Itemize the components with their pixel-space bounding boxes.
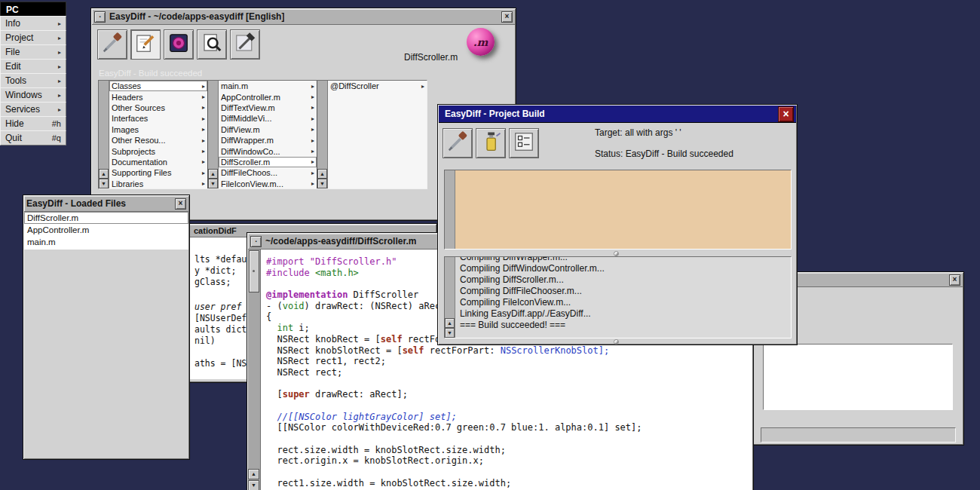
editor-scrollbar[interactable]: ▲ ▼	[248, 250, 261, 490]
browser-row[interactable]: Interfaces▸	[109, 113, 207, 124]
splitter-dimple-icon[interactable]	[614, 251, 619, 256]
menu-item-edit[interactable]: Edit▸	[0, 59, 66, 74]
submenu-arrow-icon: ▸	[58, 78, 61, 84]
close-button[interactable]: ×	[175, 198, 186, 210]
browser-row[interactable]: DiffMiddleVi...▸	[219, 113, 317, 124]
window-title: EasyDiff - Loaded Files	[26, 198, 126, 209]
column-scrollbar[interactable]: ▲ ▼	[99, 81, 109, 188]
window-title: EasyDiff - Project Build	[445, 109, 545, 119]
scrollbar-knob[interactable]	[249, 250, 259, 292]
column-scrollbar[interactable]: ▲ ▼	[208, 81, 219, 188]
miniaturize-button[interactable]: ▪	[250, 236, 262, 247]
toolbar-tools-button[interactable]	[230, 29, 260, 60]
branch-arrow-icon: ▸	[311, 126, 314, 133]
code-line: rect.size.width = knobSlotRect.size.widt…	[266, 445, 752, 456]
browser-row[interactable]: DiffTextView.m▸	[219, 103, 317, 113]
menu-item-quit[interactable]: Quit#q	[0, 130, 66, 145]
scroll-down-button[interactable]: ▼	[248, 480, 259, 490]
scroll-up-button[interactable]: ▲	[99, 169, 109, 179]
scroll-down-button[interactable]: ▼	[99, 179, 109, 188]
menu-item-services[interactable]: Services▸	[0, 102, 66, 117]
browser-row[interactable]: FileIconView.m...▸	[219, 179, 317, 188]
browser-row[interactable]: Supporting Files▸	[109, 167, 207, 178]
options-checklist-icon	[513, 130, 535, 156]
log-scrollbar[interactable]: ▲ ▼	[445, 257, 455, 338]
build-options-button[interactable]	[509, 128, 539, 158]
browser-row[interactable]: Other Sources▸	[109, 103, 207, 113]
scroll-up-button[interactable]: ▲	[208, 169, 218, 179]
miniaturize-button[interactable]: ▪	[94, 11, 106, 23]
branch-arrow-icon: ▸	[311, 170, 314, 176]
close-button[interactable]: ×	[949, 274, 960, 286]
cleaner-bottle-icon	[479, 130, 502, 156]
code-fragment: user pref	[194, 302, 241, 312]
browser-row[interactable]: DiffView.m▸	[219, 124, 317, 135]
browser-row[interactable]: DiffWindowCo...▸	[219, 145, 317, 156]
scroll-down-button[interactable]: ▼	[317, 179, 327, 188]
close-button[interactable]: ×	[501, 11, 513, 23]
loaded-file-row[interactable]: main.m	[24, 236, 188, 248]
browser-row[interactable]: AppController.m▸	[219, 91, 317, 102]
scroll-up-button[interactable]: ▲	[248, 469, 259, 479]
browser-row[interactable]: Subprojects▸	[109, 145, 207, 156]
browser-row[interactable]: Headers▸	[109, 91, 207, 102]
scroll-down-button[interactable]: ▼	[208, 179, 218, 188]
scroll-up-button[interactable]: ▲	[317, 169, 327, 179]
pane-scrollbar[interactable]	[445, 170, 455, 249]
browser-row[interactable]: Documentation▸	[109, 157, 207, 167]
menu-item-label: Hide	[5, 118, 24, 129]
titlebar[interactable]: EasyDiff - Project Build ×	[439, 106, 796, 123]
titlebar[interactable]: ▪ EasyDiff - ~/code/apps-easydiff [Engli…	[92, 9, 515, 25]
build-output-pane	[444, 170, 792, 250]
clean-button[interactable]	[476, 128, 506, 158]
scroll-up-button[interactable]: ▲	[445, 318, 455, 328]
resize-dimple-icon[interactable]	[614, 339, 619, 345]
menu-item-project[interactable]: Project▸	[0, 30, 66, 45]
misc-white-panel[interactable]	[763, 344, 953, 410]
browser-row[interactable]: Libraries▸	[109, 179, 207, 188]
browser-row[interactable]: @DiffScroller▸	[328, 81, 427, 91]
toolbar-editor-button[interactable]	[130, 29, 161, 60]
build-log-text[interactable]: Compiling DiffWrapper.m... Compiling Dif…	[455, 257, 791, 338]
toolbar-build-button[interactable]	[97, 29, 127, 60]
code-line: NSRect knobSlotRect = [self rectForPart:…	[266, 345, 752, 357]
menu-title[interactable]: PC	[0, 2, 66, 17]
menu-item-file[interactable]: File▸	[0, 44, 66, 60]
submenu-arrow-icon: ▸	[58, 106, 61, 113]
browser-row[interactable]: Classes▸	[109, 81, 207, 91]
branch-arrow-icon: ▸	[311, 137, 314, 144]
build-status-label: Status: EasyDiff - Build succeeded	[595, 149, 733, 159]
browser-row[interactable]: DiffFileChoos...▸	[219, 167, 317, 178]
toolbar-find-button[interactable]	[197, 29, 227, 60]
column-scrollbar[interactable]: ▲ ▼	[317, 81, 328, 188]
browser-row[interactable]: DiffScroller.m▸	[219, 157, 317, 167]
browser-column-files: ▲ ▼ main.m▸ AppController.m▸ DiffTextVie…	[208, 81, 317, 188]
close-button[interactable]: ×	[778, 106, 794, 122]
titlebar[interactable]: EasyDiff - Loaded Files ×	[24, 196, 188, 212]
browser-row[interactable]: DiffWrapper.m▸	[219, 135, 317, 145]
browser-row[interactable]: Images▸	[109, 124, 207, 135]
menu-item-tools[interactable]: Tools▸	[0, 73, 66, 88]
loaded-file-row[interactable]: DiffScroller.m	[24, 212, 188, 224]
submenu-arrow-icon: ▸	[58, 20, 61, 27]
build-button[interactable]	[443, 128, 473, 158]
browser-row[interactable]: main.m▸	[219, 81, 317, 91]
browser-column-groups: ▲ ▼ Classes▸ Headers▸ Other Sources▸ Int…	[99, 81, 208, 188]
menu-item-label: Tools	[5, 75, 26, 86]
menu-item-windows[interactable]: Windows▸	[0, 87, 66, 103]
pencil-icon	[134, 32, 157, 57]
window-title-fragment: cationDidF	[194, 226, 237, 235]
loaded-files-list[interactable]: DiffScroller.m AppController.m main.m	[24, 212, 188, 250]
menu-item-hide[interactable]: Hide#h	[0, 116, 66, 131]
scroll-down-button[interactable]: ▼	[445, 328, 455, 338]
log-line: Compiling DiffWrapper.m...	[460, 257, 791, 263]
browser-row[interactable]: Other Resou...▸	[109, 135, 207, 145]
branch-arrow-icon: ▸	[202, 137, 205, 144]
branch-arrow-icon: ▸	[202, 93, 205, 100]
loaded-file-row[interactable]: AppController.m	[24, 224, 188, 236]
submenu-arrow-icon: ▸	[58, 63, 61, 70]
menu-item-info[interactable]: Info▸	[0, 16, 66, 31]
toolbar-interface-button[interactable]	[164, 29, 194, 60]
branch-arrow-icon: ▸	[202, 83, 205, 90]
submenu-arrow-icon: ▸	[58, 35, 61, 41]
